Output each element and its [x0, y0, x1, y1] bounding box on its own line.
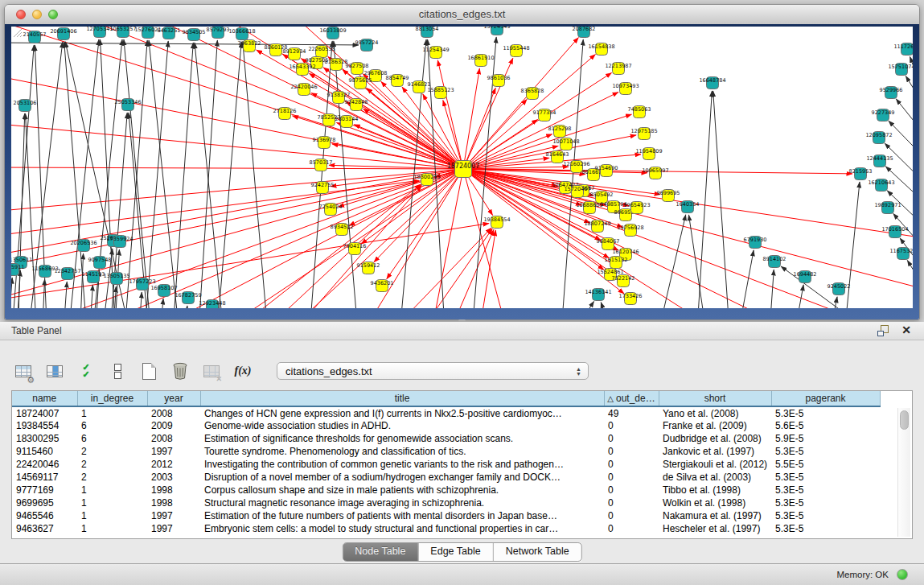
table-row[interactable]: 22420046 2 2012 Investigating the contri…	[12, 458, 880, 471]
cell-short[interactable]: de Silva et al. (2003)	[659, 471, 771, 484]
table-row[interactable]: 9777169 1 1998 Corpus callosum shape and…	[12, 484, 880, 496]
show-columns-button[interactable]	[44, 360, 65, 381]
cell-pagerank[interactable]: 5.3E-5	[771, 406, 880, 419]
cell-in-degree[interactable]: 1	[77, 509, 147, 522]
tab-edge-table[interactable]: Edge Table	[418, 543, 493, 561]
import-table-button[interactable]: ✕	[201, 360, 222, 381]
cell-year[interactable]: 1997	[147, 445, 200, 458]
graph-edge[interactable]	[11, 167, 463, 169]
cell-short[interactable]: Yano et al. (2008)	[659, 406, 771, 419]
cell-short[interactable]: Jankovic et al. (1997)	[659, 445, 771, 458]
table-row[interactable]: 9463627 1 1997 Embryonic stem cells: a m…	[12, 522, 880, 535]
vertical-scrollbar-track[interactable]	[897, 408, 910, 537]
graph-edge[interactable]	[311, 93, 463, 169]
cell-name[interactable]: 9463627	[12, 522, 77, 535]
graph-edge[interactable]	[346, 101, 463, 169]
cell-out-degree[interactable]: 0	[604, 496, 659, 509]
table-selector[interactable]: citations_edges.txt ▲▼	[277, 362, 589, 380]
graph-edge[interactable]	[11, 278, 12, 308]
cell-pagerank[interactable]: 5.6E-5	[771, 419, 880, 432]
column-header-short[interactable]: short	[659, 391, 771, 406]
graph-edge[interactable]	[769, 270, 774, 308]
cell-title[interactable]: Embryonic stem cells: a model to study s…	[200, 522, 604, 535]
cell-title[interactable]: Investigating the contribution of common…	[200, 458, 604, 471]
column-header-in-degree[interactable]: in_degree	[77, 391, 147, 406]
cell-short[interactable]: Nakamura et al. (1997)	[659, 509, 771, 522]
graph-edge[interactable]	[183, 306, 187, 308]
cell-out-degree[interactable]: 0	[604, 484, 659, 496]
graph-edge[interactable]	[601, 302, 614, 308]
tab-node-table[interactable]: Node Table	[343, 543, 418, 561]
graph-edge[interactable]	[713, 91, 730, 308]
graph-edge[interactable]	[42, 279, 45, 308]
delete-table-button[interactable]	[170, 360, 191, 381]
graph-edge[interactable]	[463, 169, 913, 292]
table-row[interactable]: 9465546 1 1997 Estimation of the future …	[12, 509, 880, 522]
graph-edge[interactable]	[309, 41, 332, 308]
graph-edge[interactable]	[900, 238, 913, 286]
cell-short[interactable]: Hescheler et al. (1997)	[659, 522, 771, 535]
cell-in-degree[interactable]: 6	[77, 419, 147, 432]
cell-short[interactable]: Dudbridge et al. (2008)	[659, 432, 771, 445]
table-settings-button[interactable]: ⚙	[13, 360, 34, 381]
cell-short[interactable]: Stergiakouli et al. (2012)	[659, 458, 771, 471]
graph-edge[interactable]	[357, 169, 463, 308]
graph-edge[interactable]	[437, 60, 463, 169]
graph-edge[interactable]	[907, 260, 913, 307]
cell-title[interactable]: Changes of HCN gene expression and I(f) …	[200, 406, 604, 419]
graph-edge[interactable]	[11, 43, 359, 45]
cell-out-degree[interactable]: 0	[604, 432, 659, 445]
cell-name[interactable]: 9777169	[12, 484, 77, 496]
column-header-year[interactable]: year	[147, 391, 200, 406]
cell-out-degree[interactable]: 0	[604, 471, 659, 484]
cell-out-degree[interactable]: 0	[604, 509, 659, 522]
cell-name[interactable]: 9465546	[12, 509, 77, 522]
cell-short[interactable]: Wolkin et al. (1998)	[659, 496, 771, 509]
cell-year[interactable]: 1997	[147, 509, 200, 522]
cell-title[interactable]: Structural magnetic resonance image aver…	[200, 496, 604, 509]
select-all-columns-button[interactable]: ✓✓	[76, 360, 97, 381]
column-header-title[interactable]: title	[200, 391, 604, 406]
cell-name[interactable]: 9115460	[12, 445, 77, 458]
cell-year[interactable]: 2008	[147, 432, 200, 445]
cell-title[interactable]: Tourette syndrome. Phenomenology and cla…	[200, 445, 604, 458]
cell-pagerank[interactable]: 5.3E-5	[771, 509, 880, 522]
cell-out-degree[interactable]: 0	[604, 445, 659, 458]
cell-in-degree[interactable]: 6	[77, 432, 147, 445]
graph-edge[interactable]	[568, 301, 594, 308]
column-header-pagerank[interactable]: pagerank	[771, 391, 880, 406]
cell-year[interactable]: 2012	[147, 458, 200, 471]
graph-edge[interactable]	[11, 169, 463, 212]
close-panel-icon[interactable]: ✕	[901, 323, 911, 336]
cell-in-degree[interactable]: 2	[77, 458, 147, 471]
cell-title[interactable]: Corpus callosum shape and size in male p…	[200, 484, 604, 496]
citation-network-graph[interactable]: 1872400779638228860128891293422260538982…	[11, 27, 913, 308]
cell-out-degree[interactable]: 0	[604, 458, 659, 471]
tab-network-table[interactable]: Network Table	[494, 543, 581, 561]
column-header-out-degree[interactable]: △out_de…	[604, 391, 659, 406]
graph-edge[interactable]	[16, 270, 20, 308]
graph-edge[interactable]	[159, 299, 163, 308]
graph-edge[interactable]	[124, 39, 152, 308]
cell-short[interactable]: Franke et al. (2009)	[659, 419, 771, 432]
cell-out-degree[interactable]: 0	[604, 522, 659, 535]
cell-year[interactable]: 1997	[147, 522, 200, 535]
cell-pagerank[interactable]: 5.3E-5	[771, 522, 880, 535]
cell-title[interactable]: Estimation of the future numbers of pati…	[200, 509, 604, 522]
create-table-button[interactable]	[138, 360, 159, 381]
graph-edge[interactable]	[204, 169, 463, 308]
graph-edge[interactable]	[138, 292, 142, 308]
table-row[interactable]: 19384554 6 2009 Genome-wide association …	[12, 419, 880, 432]
graph-edge[interactable]	[906, 76, 913, 125]
vertical-scrollbar-thumb[interactable]	[900, 410, 909, 430]
cell-year[interactable]: 1998	[147, 496, 200, 509]
table-row[interactable]: 9115460 2 1997 Tourette syndrome. Phenom…	[12, 445, 880, 458]
cell-title[interactable]: Genome-wide association studies in ADHD.	[200, 419, 604, 432]
resize-grip-icon[interactable]	[11, 27, 23, 38]
cell-in-degree[interactable]: 2	[77, 471, 147, 484]
graph-edge[interactable]	[478, 230, 495, 308]
window-titlebar[interactable]: citations_edges.txt	[5, 5, 919, 25]
cell-pagerank[interactable]: 5.9E-5	[771, 432, 880, 445]
cell-pagerank[interactable]: 5.5E-5	[771, 458, 880, 471]
table-row[interactable]: 9699695 1 1998 Structural magnetic reson…	[12, 496, 880, 509]
